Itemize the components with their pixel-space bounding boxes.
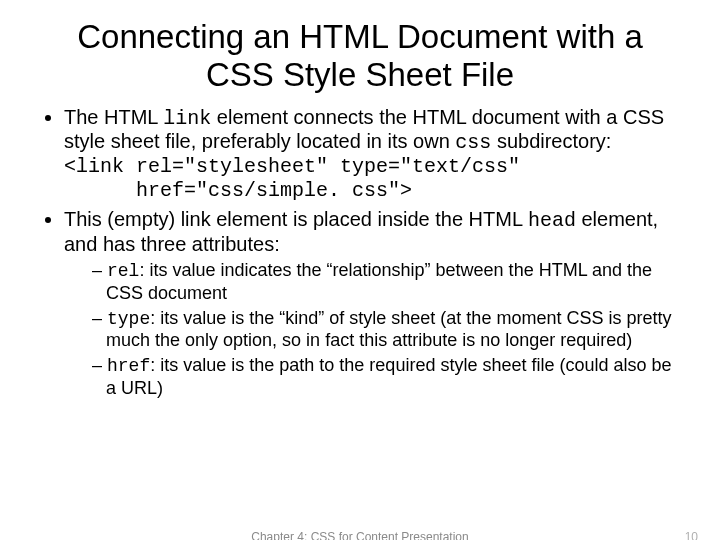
- slide: Connecting an HTML Document with a CSS S…: [0, 0, 720, 540]
- code-line: <link rel="stylesheet" type="text/css": [64, 155, 684, 179]
- sub-bullet-item: type: its value is the “kind” of style s…: [92, 308, 684, 351]
- inline-code: head: [528, 209, 576, 232]
- inline-code: type: [107, 309, 150, 329]
- inline-code: link: [163, 107, 211, 130]
- inline-code: css: [455, 131, 491, 154]
- code-line: href="css/simple. css">: [64, 179, 684, 203]
- sub-bullet-item: rel: its value indicates the “relationsh…: [92, 260, 684, 303]
- inline-code: rel: [107, 261, 139, 281]
- bullet-item-2: This (empty) link element is placed insi…: [64, 208, 684, 399]
- sub-bullet-list: rel: its value indicates the “relationsh…: [64, 260, 684, 398]
- text: : its value is the path to the required …: [106, 355, 672, 397]
- sub-bullet-item: href: its value is the path to the requi…: [92, 355, 684, 398]
- slide-title: Connecting an HTML Document with a CSS S…: [0, 0, 720, 102]
- text: The HTML: [64, 106, 163, 128]
- inline-code: href: [107, 356, 150, 376]
- footer-chapter: Chapter 4: CSS for Content Presentation: [0, 530, 720, 540]
- text: : its value indicates the “relationship”…: [106, 260, 652, 302]
- text: : its value is the “kind” of style sheet…: [106, 308, 671, 350]
- bullet-item-1: The HTML link element connects the HTML …: [64, 106, 684, 202]
- text: This (empty) link element is placed insi…: [64, 208, 528, 230]
- slide-body: The HTML link element connects the HTML …: [0, 102, 720, 399]
- bullet-list: The HTML link element connects the HTML …: [36, 106, 684, 399]
- text: subdirectory:: [491, 130, 611, 152]
- footer-page-number: 10: [685, 530, 698, 540]
